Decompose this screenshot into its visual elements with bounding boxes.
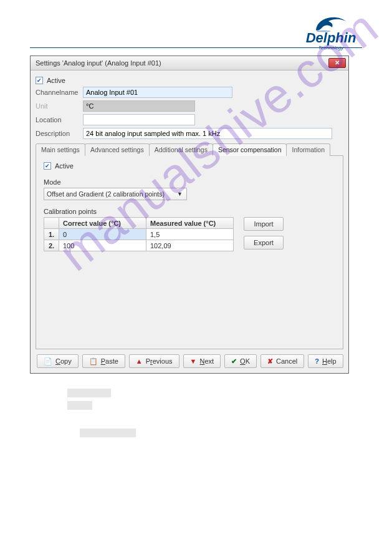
comp-active-checkbox[interactable]: ✔ [44,162,51,170]
col-measured: Measured value (°C) [146,218,234,229]
description-label: Description [36,130,79,137]
paste-icon: 📋 [89,357,98,366]
prev-tail: evious [153,357,173,365]
tab-bar: Main settings Advanced settings Addition… [36,143,343,156]
help-tail: elp [327,357,337,365]
tab-additional-settings[interactable]: Additional settings [149,143,213,156]
paste-tail: aste [105,357,118,365]
table-row[interactable]: 1. 0 1,5 [44,229,234,240]
copy-button[interactable]: 📄 Copy [37,354,79,368]
tab-sensor-compensation[interactable]: Sensor compensation [213,143,287,156]
cell-measured[interactable]: 102,09 [146,240,234,251]
channelname-input[interactable] [83,87,232,98]
mode-select[interactable]: Offset and Gradient (2 calibration point… [44,188,187,200]
arrow-down-icon: ▼ [190,357,197,365]
tab-advanced-settings[interactable]: Advanced settings [85,143,150,156]
col-num [44,218,59,229]
import-label: Import [254,220,273,228]
export-label: Export [254,239,274,246]
active-label: Active [47,77,65,84]
comp-active-label: Active [55,162,74,170]
x-icon: ✘ [267,357,273,366]
location-label: Location [36,116,79,124]
tab-information[interactable]: Information [286,143,330,156]
copy-icon: 📄 [44,357,52,366]
check-icon: ✔ [231,357,237,366]
tab-content: ✔ Active Mode Offset and Gradient (2 cal… [36,156,343,349]
previous-button[interactable]: ▲ Previous [129,354,179,368]
export-button[interactable]: Export [244,236,284,249]
help-button[interactable]: ? Help [308,354,343,368]
row-num: 2. [44,240,59,251]
table-header-row: Correct value (°C) Measured value (°C) [44,218,234,229]
location-input[interactable] [83,114,195,125]
unit-input [83,100,195,112]
cancel-label: Cancel [276,357,297,365]
close-icon: ✕ [335,60,340,66]
window-title: Settings 'Analog input' (Analog Input #0… [36,59,161,67]
col-correct: Correct value (°C) [59,218,146,229]
mode-value: Offset and Gradient (2 calibration point… [47,190,165,198]
mode-label: Mode [44,178,335,186]
arrow-up-icon: ▲ [136,357,143,365]
table-row[interactable]: 2. 100 102,09 [44,240,234,251]
tab-main-settings[interactable]: Main settings [36,143,85,156]
paste-button[interactable]: 📋 Paste [82,354,125,368]
cell-correct[interactable]: 100 [59,240,146,251]
cell-measured[interactable]: 1,5 [146,229,234,240]
cancel-button[interactable]: ✘ Cancel [261,354,304,368]
channelname-label: Channelname [36,89,79,96]
active-checkbox[interactable]: ✔ [36,77,43,84]
calibration-table[interactable]: Correct value (°C) Measured value (°C) 1… [44,217,234,251]
description-input[interactable] [83,128,332,139]
placeholder-bars [30,389,362,437]
brand-name: Delphin [300,31,362,45]
import-button[interactable]: Import [244,217,284,231]
help-icon: ? [315,357,319,365]
next-tail: ext [204,357,214,365]
copy-tail: opy [60,357,72,365]
settings-dialog: Settings 'Analog input' (Analog Input #0… [30,56,349,374]
titlebar[interactable]: Settings 'Analog input' (Analog Input #0… [31,56,348,70]
next-button[interactable]: ▼ Next [183,354,221,368]
chevron-down-icon: ▼ [173,191,186,197]
brand-logo: Delphin Technology [300,11,362,51]
cell-correct[interactable]: 0 [59,229,146,240]
calibration-label: Calibration points [44,208,335,215]
ok-tail: K [246,357,250,365]
brand-subtitle: Technology [300,45,362,51]
unit-label: Unit [36,102,79,110]
row-num: 1. [44,229,59,240]
close-button[interactable]: ✕ [328,58,346,68]
ok-button[interactable]: ✔ OK [224,354,257,368]
dialog-button-row: 📄 Copy 📋 Paste ▲ Previous ▼ Next ✔ O [36,354,343,368]
